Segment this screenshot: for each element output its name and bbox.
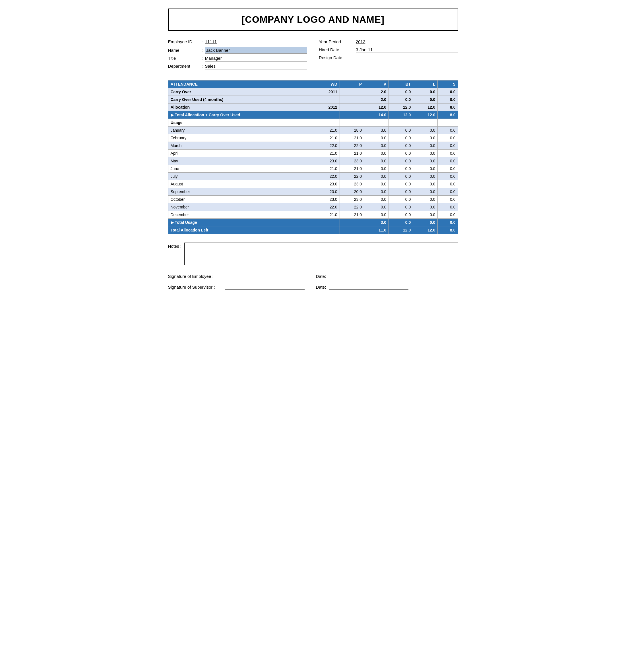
table-cell: 0.0 xyxy=(389,196,413,203)
table-cell: February xyxy=(168,134,313,142)
info-label: Resign Date xyxy=(319,55,350,60)
table-cell: May xyxy=(168,157,313,165)
company-header: [COMPANY LOGO AND NAME] xyxy=(168,8,458,31)
info-colon: : xyxy=(199,48,205,53)
info-row: Name:Jack Banner xyxy=(168,47,308,53)
info-value: 2012 xyxy=(356,39,458,45)
table-row: ▶ Total Usage3.00.00.00.0 xyxy=(168,219,458,226)
table-cell: 0.0 xyxy=(364,173,389,180)
table-col-header: L xyxy=(413,80,438,88)
table-cell: 0.0 xyxy=(389,203,413,211)
company-title: [COMPANY LOGO AND NAME] xyxy=(171,14,455,25)
table-cell: 0.0 xyxy=(413,157,438,165)
table-cell: 12.0 xyxy=(413,103,438,111)
table-row: July22.022.00.00.00.00.0 xyxy=(168,173,458,180)
table-row: March22.022.00.00.00.00.0 xyxy=(168,142,458,150)
table-cell: 0.0 xyxy=(364,134,389,142)
table-cell: 0.0 xyxy=(389,134,413,142)
table-cell xyxy=(413,119,438,126)
table-cell: 0.0 xyxy=(438,173,458,180)
table-cell: 2.0 xyxy=(364,88,389,96)
table-cell: November xyxy=(168,203,313,211)
info-label: Hired Date xyxy=(319,47,350,52)
signature-line xyxy=(225,274,305,279)
table-cell: 22.0 xyxy=(313,203,340,211)
info-colon: : xyxy=(199,56,205,61)
info-label: Employee ID xyxy=(168,39,199,44)
table-cell: 21.0 xyxy=(313,165,340,173)
table-cell xyxy=(340,119,364,126)
table-cell: 22.0 xyxy=(340,142,364,150)
table-cell: 0.0 xyxy=(438,196,458,203)
info-colon: : xyxy=(199,64,205,69)
table-cell: 0.0 xyxy=(413,188,438,196)
table-cell: 0.0 xyxy=(438,165,458,173)
table-col-header: V xyxy=(364,80,389,88)
info-label: Title xyxy=(168,56,199,61)
table-cell: 21.0 xyxy=(340,165,364,173)
table-cell xyxy=(340,111,364,119)
table-cell: 21.0 xyxy=(340,150,364,157)
info-value: Jack Banner xyxy=(205,47,308,53)
table-cell: 0.0 xyxy=(438,219,458,226)
table-cell: 0.0 xyxy=(389,173,413,180)
table-cell: 0.0 xyxy=(413,150,438,157)
date-line xyxy=(329,285,408,290)
table-cell: Total Allocation Left xyxy=(168,226,313,234)
table-cell: 0.0 xyxy=(438,203,458,211)
table-cell: August xyxy=(168,180,313,188)
info-label: Year Period xyxy=(319,39,350,44)
table-cell: 2012 xyxy=(313,103,340,111)
notes-section: Notes : xyxy=(168,243,458,265)
table-cell: 0.0 xyxy=(389,180,413,188)
table-cell: 23.0 xyxy=(340,157,364,165)
table-cell: 2.0 xyxy=(364,96,389,103)
table-cell: 23.0 xyxy=(313,196,340,203)
table-cell: 3.0 xyxy=(364,126,389,134)
info-value: Sales xyxy=(205,64,308,69)
table-cell: 0.0 xyxy=(413,126,438,134)
table-cell: 0.0 xyxy=(413,142,438,150)
table-cell: 0.0 xyxy=(438,126,458,134)
table-cell: 0.0 xyxy=(389,219,413,226)
info-colon: : xyxy=(350,39,356,44)
notes-box[interactable] xyxy=(184,243,458,265)
info-right: Year Period:2012Hired Date:3-Jan-11Resig… xyxy=(319,39,458,72)
table-row: April21.021.00.00.00.00.0 xyxy=(168,150,458,157)
info-colon: : xyxy=(350,55,356,60)
table-cell: 0.0 xyxy=(438,88,458,96)
table-cell xyxy=(389,119,413,126)
table-cell: 0.0 xyxy=(389,157,413,165)
table-cell: 23.0 xyxy=(313,157,340,165)
table-cell: 2011 xyxy=(313,88,340,96)
table-body: Carry Over20112.00.00.00.0Carry Over Use… xyxy=(168,88,458,234)
table-cell: 22.0 xyxy=(340,173,364,180)
table-cell: 0.0 xyxy=(438,188,458,196)
table-cell: March xyxy=(168,142,313,150)
table-cell: 0.0 xyxy=(413,96,438,103)
table-cell: ▶ Total Allocation + Carry Over Used xyxy=(168,111,313,119)
table-cell: 12.0 xyxy=(413,111,438,119)
table-row: November22.022.00.00.00.00.0 xyxy=(168,203,458,211)
table-cell: 20.0 xyxy=(340,188,364,196)
table-cell: 0.0 xyxy=(364,211,389,219)
info-colon: : xyxy=(350,47,356,52)
table-cell: 0.0 xyxy=(413,88,438,96)
table-cell: 22.0 xyxy=(313,173,340,180)
table-row: June21.021.00.00.00.00.0 xyxy=(168,165,458,173)
table-cell: 0.0 xyxy=(389,211,413,219)
attendance-table: ATTENDANCEWDPVBTLS Carry Over20112.00.00… xyxy=(168,80,458,234)
date-label: Date: xyxy=(316,274,326,279)
date-line xyxy=(329,274,408,279)
info-row: Year Period:2012 xyxy=(319,39,458,45)
table-cell: 0.0 xyxy=(389,96,413,103)
table-cell: 0.0 xyxy=(413,211,438,219)
table-cell: 0.0 xyxy=(438,150,458,157)
table-cell: 0.0 xyxy=(438,96,458,103)
table-col-header: S xyxy=(438,80,458,88)
table-cell: 23.0 xyxy=(340,180,364,188)
table-cell: 20.0 xyxy=(313,188,340,196)
table-cell: December xyxy=(168,211,313,219)
table-row: October23.023.00.00.00.00.0 xyxy=(168,196,458,203)
table-cell: 0.0 xyxy=(413,219,438,226)
